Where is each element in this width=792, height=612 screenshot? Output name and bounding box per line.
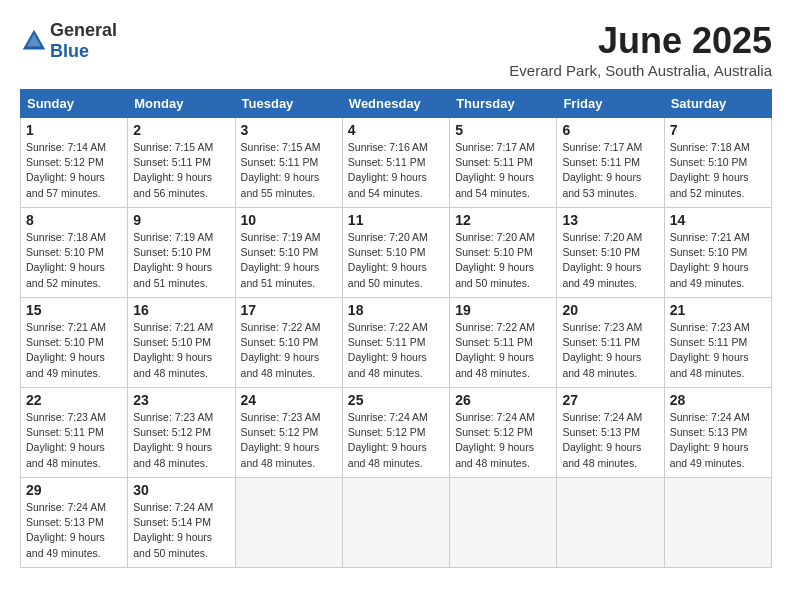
day-cell-19: 19Sunrise: 7:22 AMSunset: 5:11 PMDayligh… — [450, 298, 557, 388]
day-cell-29: 29Sunrise: 7:24 AMSunset: 5:13 PMDayligh… — [21, 478, 128, 568]
day-detail: Sunrise: 7:17 AMSunset: 5:11 PMDaylight:… — [562, 140, 658, 201]
day-cell-18: 18Sunrise: 7:22 AMSunset: 5:11 PMDayligh… — [342, 298, 449, 388]
day-number: 27 — [562, 392, 658, 408]
day-number: 17 — [241, 302, 337, 318]
logo-icon — [20, 27, 48, 55]
day-cell-6: 6Sunrise: 7:17 AMSunset: 5:11 PMDaylight… — [557, 118, 664, 208]
day-cell-5: 5Sunrise: 7:17 AMSunset: 5:11 PMDaylight… — [450, 118, 557, 208]
day-number: 22 — [26, 392, 122, 408]
day-number: 6 — [562, 122, 658, 138]
day-detail: Sunrise: 7:22 AMSunset: 5:11 PMDaylight:… — [348, 320, 444, 381]
day-detail: Sunrise: 7:19 AMSunset: 5:10 PMDaylight:… — [133, 230, 229, 291]
day-number: 20 — [562, 302, 658, 318]
empty-cell — [557, 478, 664, 568]
day-cell-13: 13Sunrise: 7:20 AMSunset: 5:10 PMDayligh… — [557, 208, 664, 298]
day-number: 4 — [348, 122, 444, 138]
day-detail: Sunrise: 7:15 AMSunset: 5:11 PMDaylight:… — [133, 140, 229, 201]
day-number: 10 — [241, 212, 337, 228]
header-cell-wednesday: Wednesday — [342, 90, 449, 118]
day-number: 8 — [26, 212, 122, 228]
header-cell-tuesday: Tuesday — [235, 90, 342, 118]
header: General Blue June 2025 Everard Park, Sou… — [20, 20, 772, 79]
day-detail: Sunrise: 7:22 AMSunset: 5:11 PMDaylight:… — [455, 320, 551, 381]
calendar-table: SundayMondayTuesdayWednesdayThursdayFrid… — [20, 89, 772, 568]
day-number: 11 — [348, 212, 444, 228]
week-row-3: 15Sunrise: 7:21 AMSunset: 5:10 PMDayligh… — [21, 298, 772, 388]
day-cell-28: 28Sunrise: 7:24 AMSunset: 5:13 PMDayligh… — [664, 388, 771, 478]
day-cell-12: 12Sunrise: 7:20 AMSunset: 5:10 PMDayligh… — [450, 208, 557, 298]
day-detail: Sunrise: 7:24 AMSunset: 5:13 PMDaylight:… — [26, 500, 122, 561]
header-cell-sunday: Sunday — [21, 90, 128, 118]
day-number: 30 — [133, 482, 229, 498]
day-number: 1 — [26, 122, 122, 138]
header-cell-thursday: Thursday — [450, 90, 557, 118]
day-detail: Sunrise: 7:18 AMSunset: 5:10 PMDaylight:… — [670, 140, 766, 201]
empty-cell — [450, 478, 557, 568]
month-title: June 2025 — [509, 20, 772, 62]
day-detail: Sunrise: 7:14 AMSunset: 5:12 PMDaylight:… — [26, 140, 122, 201]
day-cell-15: 15Sunrise: 7:21 AMSunset: 5:10 PMDayligh… — [21, 298, 128, 388]
week-row-1: 1Sunrise: 7:14 AMSunset: 5:12 PMDaylight… — [21, 118, 772, 208]
header-row: SundayMondayTuesdayWednesdayThursdayFrid… — [21, 90, 772, 118]
day-detail: Sunrise: 7:21 AMSunset: 5:10 PMDaylight:… — [670, 230, 766, 291]
day-number: 9 — [133, 212, 229, 228]
day-detail: Sunrise: 7:15 AMSunset: 5:11 PMDaylight:… — [241, 140, 337, 201]
day-number: 19 — [455, 302, 551, 318]
empty-cell — [235, 478, 342, 568]
week-row-2: 8Sunrise: 7:18 AMSunset: 5:10 PMDaylight… — [21, 208, 772, 298]
day-cell-25: 25Sunrise: 7:24 AMSunset: 5:12 PMDayligh… — [342, 388, 449, 478]
day-detail: Sunrise: 7:17 AMSunset: 5:11 PMDaylight:… — [455, 140, 551, 201]
day-detail: Sunrise: 7:20 AMSunset: 5:10 PMDaylight:… — [562, 230, 658, 291]
day-number: 13 — [562, 212, 658, 228]
day-cell-30: 30Sunrise: 7:24 AMSunset: 5:14 PMDayligh… — [128, 478, 235, 568]
day-number: 23 — [133, 392, 229, 408]
day-cell-23: 23Sunrise: 7:23 AMSunset: 5:12 PMDayligh… — [128, 388, 235, 478]
day-cell-7: 7Sunrise: 7:18 AMSunset: 5:10 PMDaylight… — [664, 118, 771, 208]
week-row-4: 22Sunrise: 7:23 AMSunset: 5:11 PMDayligh… — [21, 388, 772, 478]
day-number: 5 — [455, 122, 551, 138]
day-cell-14: 14Sunrise: 7:21 AMSunset: 5:10 PMDayligh… — [664, 208, 771, 298]
day-cell-3: 3Sunrise: 7:15 AMSunset: 5:11 PMDaylight… — [235, 118, 342, 208]
day-cell-2: 2Sunrise: 7:15 AMSunset: 5:11 PMDaylight… — [128, 118, 235, 208]
day-number: 26 — [455, 392, 551, 408]
day-detail: Sunrise: 7:24 AMSunset: 5:12 PMDaylight:… — [348, 410, 444, 471]
day-cell-4: 4Sunrise: 7:16 AMSunset: 5:11 PMDaylight… — [342, 118, 449, 208]
day-detail: Sunrise: 7:20 AMSunset: 5:10 PMDaylight:… — [348, 230, 444, 291]
week-row-5: 29Sunrise: 7:24 AMSunset: 5:13 PMDayligh… — [21, 478, 772, 568]
day-number: 14 — [670, 212, 766, 228]
day-cell-10: 10Sunrise: 7:19 AMSunset: 5:10 PMDayligh… — [235, 208, 342, 298]
day-number: 28 — [670, 392, 766, 408]
day-number: 12 — [455, 212, 551, 228]
title-area: June 2025 Everard Park, South Australia,… — [509, 20, 772, 79]
day-detail: Sunrise: 7:23 AMSunset: 5:11 PMDaylight:… — [562, 320, 658, 381]
header-cell-saturday: Saturday — [664, 90, 771, 118]
day-number: 18 — [348, 302, 444, 318]
day-cell-21: 21Sunrise: 7:23 AMSunset: 5:11 PMDayligh… — [664, 298, 771, 388]
day-cell-24: 24Sunrise: 7:23 AMSunset: 5:12 PMDayligh… — [235, 388, 342, 478]
day-cell-17: 17Sunrise: 7:22 AMSunset: 5:10 PMDayligh… — [235, 298, 342, 388]
logo: General Blue — [20, 20, 117, 62]
day-number: 2 — [133, 122, 229, 138]
day-detail: Sunrise: 7:23 AMSunset: 5:12 PMDaylight:… — [133, 410, 229, 471]
empty-cell — [664, 478, 771, 568]
day-cell-11: 11Sunrise: 7:20 AMSunset: 5:10 PMDayligh… — [342, 208, 449, 298]
day-detail: Sunrise: 7:21 AMSunset: 5:10 PMDaylight:… — [133, 320, 229, 381]
day-detail: Sunrise: 7:24 AMSunset: 5:13 PMDaylight:… — [562, 410, 658, 471]
header-cell-friday: Friday — [557, 90, 664, 118]
day-number: 25 — [348, 392, 444, 408]
day-detail: Sunrise: 7:24 AMSunset: 5:12 PMDaylight:… — [455, 410, 551, 471]
day-detail: Sunrise: 7:21 AMSunset: 5:10 PMDaylight:… — [26, 320, 122, 381]
day-detail: Sunrise: 7:23 AMSunset: 5:11 PMDaylight:… — [670, 320, 766, 381]
logo-blue: Blue — [50, 41, 89, 61]
day-number: 16 — [133, 302, 229, 318]
day-cell-27: 27Sunrise: 7:24 AMSunset: 5:13 PMDayligh… — [557, 388, 664, 478]
day-number: 7 — [670, 122, 766, 138]
day-detail: Sunrise: 7:16 AMSunset: 5:11 PMDaylight:… — [348, 140, 444, 201]
day-detail: Sunrise: 7:18 AMSunset: 5:10 PMDaylight:… — [26, 230, 122, 291]
day-cell-16: 16Sunrise: 7:21 AMSunset: 5:10 PMDayligh… — [128, 298, 235, 388]
empty-cell — [342, 478, 449, 568]
day-number: 24 — [241, 392, 337, 408]
day-number: 29 — [26, 482, 122, 498]
header-cell-monday: Monday — [128, 90, 235, 118]
day-cell-26: 26Sunrise: 7:24 AMSunset: 5:12 PMDayligh… — [450, 388, 557, 478]
